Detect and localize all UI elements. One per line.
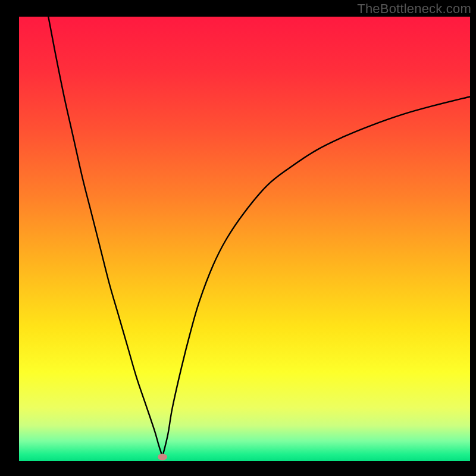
watermark-text: TheBottleneck.com	[357, 1, 471, 17]
plot-background	[19, 17, 470, 461]
optimum-marker	[158, 453, 167, 460]
bottleneck-chart	[0, 0, 476, 476]
chart-frame: TheBottleneck.com	[0, 0, 476, 476]
